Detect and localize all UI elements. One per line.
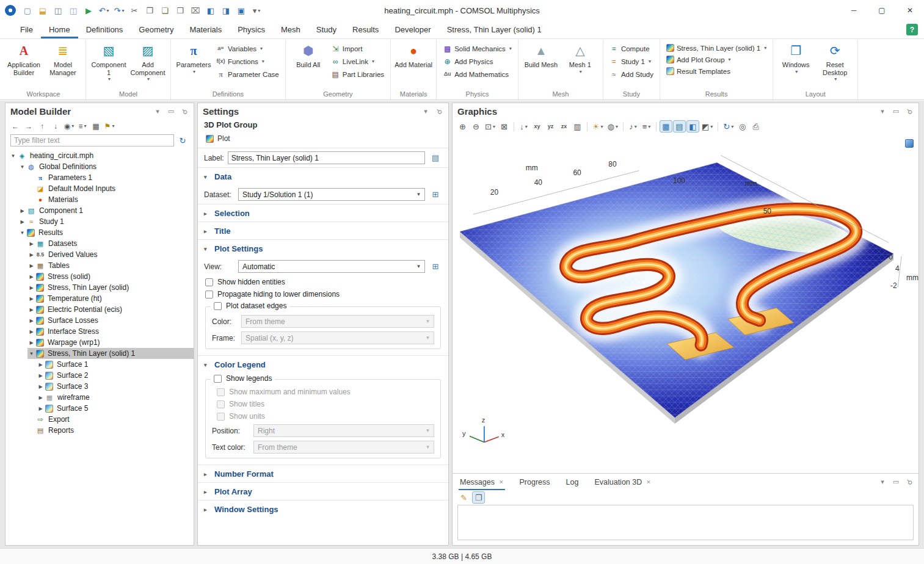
ribbon-functions-button[interactable]: f(x)Functions▾ xyxy=(213,55,282,68)
float-window-button[interactable]: ▭ xyxy=(892,477,900,486)
view-yz-plane-button[interactable]: yz xyxy=(544,120,557,132)
chevron-down-button[interactable]: ▾ xyxy=(421,107,430,116)
tree-item-temperature-ht[interactable]: ▶Temperature (ht) xyxy=(5,293,194,304)
new-dataset-icon[interactable]: ⊞ xyxy=(429,188,442,201)
ribbon-model-manager-button[interactable]: ≣Model Manager xyxy=(43,40,82,78)
pin-button[interactable]: ⚲ xyxy=(435,107,443,116)
view-combo[interactable]: Automatic ▼ xyxy=(238,260,425,273)
tree-item-surface-1[interactable]: ▶Surface 1 xyxy=(5,359,194,370)
tree-item-surface-5[interactable]: ▶Surface 5 xyxy=(5,403,194,414)
move-up-button[interactable]: ↑ xyxy=(36,120,48,132)
color-theme-button[interactable]: ◩▾ xyxy=(700,120,715,132)
ribbon-tab-file[interactable]: File xyxy=(12,21,41,38)
ribbon-add-component-button[interactable]: ▨Add Component▾ xyxy=(128,40,167,83)
cut-button[interactable]: ✂ xyxy=(127,3,142,18)
tree-item-surface-losses[interactable]: ▶Surface Losses xyxy=(5,315,194,326)
snapshot-button[interactable]: ◎ xyxy=(736,120,749,132)
plot-window-button[interactable]: ▦ xyxy=(660,120,672,132)
expander-icon[interactable]: ▼ xyxy=(27,351,35,356)
go-to-view-icon[interactable]: ⊞ xyxy=(429,260,442,273)
ribbon-tab-developer[interactable]: Developer xyxy=(387,21,438,38)
tree-item-derived-values[interactable]: ▶8.5Derived Values xyxy=(5,249,194,260)
ribbon-tab-definitions[interactable]: Definitions xyxy=(78,21,131,38)
expander-icon[interactable]: ▶ xyxy=(27,263,35,269)
tree-item-surface-2[interactable]: ▶Surface 2 xyxy=(5,370,194,381)
show-hidden-entities-checkbox[interactable] xyxy=(205,278,213,286)
expander-icon[interactable]: ▶ xyxy=(27,241,35,247)
expander-icon[interactable]: ▶ xyxy=(27,285,35,291)
expander-icon[interactable]: ▶ xyxy=(37,362,45,367)
section-plot-settings-header[interactable]: ▾ Plot Settings xyxy=(198,239,448,257)
graphics-canvas[interactable]: mm 20 40 60 80 100 mm 50 0 4 mm -2 xyxy=(453,134,919,473)
ribbon-parameter-case-button[interactable]: πParameter Case xyxy=(213,68,282,81)
help-button[interactable]: ? xyxy=(906,24,918,35)
expander-icon[interactable]: ▼ xyxy=(18,164,26,170)
tree-item-surface-3[interactable]: ▶Surface 3 xyxy=(5,381,194,392)
section-data-header[interactable]: ▾ Data xyxy=(198,167,448,185)
chevron-down-button[interactable]: ▾ xyxy=(878,477,887,486)
new-file-button[interactable]: ▢ xyxy=(20,3,35,18)
expander-icon[interactable]: ▶ xyxy=(27,274,35,280)
tree-item-study-1[interactable]: ▶≈Study 1 xyxy=(5,216,194,227)
label-input[interactable] xyxy=(228,151,425,164)
zoom-box-button[interactable]: ⊡▾ xyxy=(483,120,497,132)
expander-icon[interactable]: ▶ xyxy=(27,340,35,345)
active-plot-indicator-icon[interactable] xyxy=(905,139,914,148)
tree-item-stress-thin-layer-solid[interactable]: ▶Stress, Thin Layer (solid) xyxy=(5,282,194,293)
ribbon-application-builder-button[interactable]: AApplication Builder xyxy=(4,40,43,78)
expander-icon[interactable]: ▼ xyxy=(9,153,17,159)
ribbon-livelink-button[interactable]: ∞LiveLink▾ xyxy=(328,55,387,68)
model-tree-sort-button[interactable]: ≡▾ xyxy=(76,120,89,132)
minimize-button[interactable]: ─ xyxy=(840,0,868,21)
ribbon-parameters-button[interactable]: πParameters▾ xyxy=(174,40,213,76)
pin-button[interactable]: ⚲ xyxy=(905,107,914,116)
pin-button[interactable]: ⚲ xyxy=(180,107,189,116)
settings-window-button[interactable]: ◨ xyxy=(219,3,233,18)
print-button[interactable]: ⎙ xyxy=(749,120,762,132)
expander-icon[interactable]: ▶ xyxy=(18,208,26,214)
tree-item-heating-circuit-mph[interactable]: ▼◈heating_circuit.mph xyxy=(5,150,194,161)
run-button[interactable]: ▶ xyxy=(81,3,96,18)
messages-tab-evaluation-3d[interactable]: Evaluation 3D✕ xyxy=(593,474,652,490)
ribbon-build-mesh-button[interactable]: ▲Build Mesh xyxy=(522,40,561,70)
go-back-button[interactable]: ← xyxy=(9,120,21,132)
save-as-button[interactable]: ◫ xyxy=(66,3,81,18)
go-to-default-view-button[interactable]: ↓▾ xyxy=(517,120,530,132)
redo-button[interactable]: ↷▾ xyxy=(112,3,126,18)
expander-icon[interactable]: ▶ xyxy=(27,296,35,302)
ribbon-tab-geometry[interactable]: Geometry xyxy=(131,21,181,38)
zoom-in-button[interactable]: ⊕ xyxy=(456,120,469,132)
expander-icon[interactable]: ▶ xyxy=(18,219,26,225)
tree-item-component-1[interactable]: ▶▧Component 1 xyxy=(5,205,194,216)
tree-item-stress-solid[interactable]: ▶Stress (solid) xyxy=(5,271,194,282)
ribbon-tab-study[interactable]: Study xyxy=(308,21,344,38)
model-builder-window-button[interactable]: ◧ xyxy=(203,3,218,18)
tree-item-warpage-wrp1[interactable]: ▶Warpage (wrp1) xyxy=(5,337,194,348)
ribbon-add-study-button[interactable]: ≈Add Study xyxy=(606,68,657,81)
ribbon-tab-stress-thin-layer-solid-1[interactable]: Stress, Thin Layer (solid) 1 xyxy=(439,21,550,38)
graphics-window-button[interactable]: ▣ xyxy=(234,3,249,18)
scene-light-button[interactable]: ☀▾ xyxy=(591,120,605,132)
propagate-hiding-checkbox[interactable] xyxy=(205,291,213,298)
ribbon-solid-mechanics-button[interactable]: ▩Solid Mechanics▾ xyxy=(440,42,515,55)
ribbon-import-button[interactable]: ⇲Import xyxy=(328,42,387,55)
ribbon-reset-desktop-button[interactable]: ⟳Reset Desktop▾ xyxy=(815,40,854,83)
section-color-legend-header[interactable]: ▾ Color Legend xyxy=(198,355,448,373)
plot-dataset-edges-checkbox[interactable] xyxy=(214,302,222,310)
node-label-button[interactable]: ⚑▾ xyxy=(103,120,115,132)
tree-item-electric-potential-ecis[interactable]: ▶Electric Potential (ecis) xyxy=(5,304,194,315)
expander-icon[interactable]: ▶ xyxy=(37,395,45,400)
tree-item-default-model-inputs[interactable]: ◪Default Model Inputs xyxy=(5,183,194,194)
tree-item-wireframe[interactable]: ▶▦wireframe xyxy=(5,392,194,403)
ribbon-tab-mesh[interactable]: Mesh xyxy=(273,21,308,38)
undo-button[interactable]: ↶▾ xyxy=(96,3,111,18)
expander-icon[interactable]: ▶ xyxy=(37,384,45,389)
copy-button[interactable]: ❐ xyxy=(142,3,157,18)
ribbon-mesh-1-button[interactable]: △Mesh 1▾ xyxy=(561,40,600,76)
update-plot-button[interactable]: ↻▾ xyxy=(721,120,735,132)
expander-icon[interactable]: ▼ xyxy=(18,230,26,236)
messages-tab-log[interactable]: Log xyxy=(565,474,580,490)
filter-input[interactable] xyxy=(10,134,174,146)
open-file-button[interactable]: ⬓ xyxy=(35,3,50,18)
refresh-icon[interactable]: ↻ xyxy=(176,134,189,146)
